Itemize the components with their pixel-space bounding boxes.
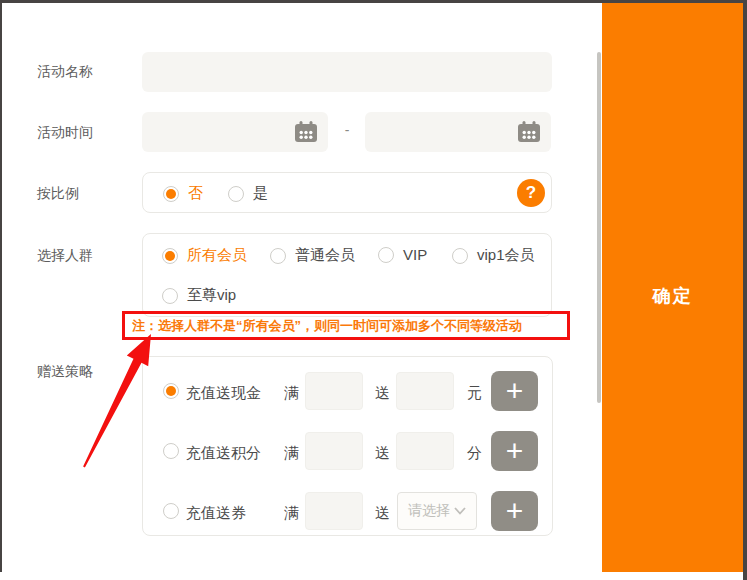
- radio-gift-points[interactable]: [163, 443, 179, 459]
- points-threshold-input[interactable]: [305, 432, 363, 470]
- activity-name-input[interactable]: [142, 52, 552, 92]
- start-date-input[interactable]: [142, 112, 292, 152]
- audience-option-all[interactable]: 所有会员: [162, 246, 247, 265]
- min-word: 满: [284, 384, 299, 403]
- note-text: 注：选择人群不是“所有会员”，则同一时间可添加多个不同等级活动: [125, 317, 522, 335]
- audience-vip-label: VIP: [403, 246, 427, 263]
- audience-normal-label: 普通会员: [295, 246, 355, 265]
- add-coupon-rule-button[interactable]: +: [491, 491, 538, 531]
- audience-supreme-vip-label: 至尊vip: [187, 286, 236, 305]
- radio-all-members-selected[interactable]: [162, 248, 178, 264]
- label-audience: 选择人群: [37, 247, 93, 265]
- coupon-threshold-input[interactable]: [305, 492, 363, 530]
- radio-vip[interactable]: [378, 247, 394, 263]
- radio-gift-coupon[interactable]: [163, 503, 179, 519]
- end-date-input[interactable]: [365, 112, 515, 152]
- note-highlight-box: 注：选择人群不是“所有会员”，则同一时间可添加多个不同等级活动: [122, 311, 570, 340]
- radio-supreme-vip[interactable]: [162, 288, 178, 304]
- unit-yuan: 元: [467, 384, 482, 403]
- coupon-select[interactable]: 请选择: [397, 492, 477, 530]
- give-word: 送: [375, 444, 390, 463]
- gift-row-cash: 充值送现金 满 送 元 +: [143, 371, 552, 411]
- radio-normal-member[interactable]: [270, 248, 286, 264]
- radio-yes[interactable]: [228, 186, 244, 202]
- side-panel: 确定: [602, 3, 743, 572]
- audience-option-vip[interactable]: VIP: [378, 246, 427, 263]
- gift-row-points: 充值送积分 满 送 分 +: [143, 431, 552, 471]
- gift-row-coupon: 充值送券 满 送 请选择 +: [143, 491, 552, 531]
- calendar-icon[interactable]: [517, 121, 541, 143]
- gift-points-label: 充值送积分: [186, 444, 261, 463]
- give-word: 送: [375, 384, 390, 403]
- chevron-down-icon: [454, 507, 466, 515]
- radio-no-selected[interactable]: [163, 186, 179, 202]
- window-edge-left: [0, 3, 2, 572]
- gift-cash-label: 充值送现金: [186, 384, 261, 403]
- give-word: 送: [375, 504, 390, 523]
- audience-option-supreme-vip[interactable]: 至尊vip: [162, 286, 236, 305]
- add-cash-rule-button[interactable]: +: [491, 371, 538, 411]
- start-date-field[interactable]: [142, 112, 328, 152]
- calendar-icon[interactable]: [294, 121, 318, 143]
- label-activity-name: 活动名称: [37, 63, 93, 81]
- audience-all-label: 所有会员: [187, 246, 247, 265]
- label-by-ratio: 按比例: [37, 185, 79, 203]
- add-points-rule-button[interactable]: +: [491, 431, 538, 471]
- coupon-select-placeholder: 请选择: [408, 502, 450, 520]
- ratio-option-no[interactable]: 否: [163, 184, 203, 203]
- ratio-no-label: 否: [188, 184, 203, 203]
- label-activity-time: 活动时间: [37, 124, 93, 142]
- ratio-option-yes[interactable]: 是: [228, 184, 268, 203]
- radio-vip1[interactable]: [452, 248, 468, 264]
- end-date-field[interactable]: [365, 112, 551, 152]
- min-word: 满: [284, 444, 299, 463]
- audience-option-normal[interactable]: 普通会员: [270, 246, 355, 265]
- vertical-scrollbar-thumb[interactable]: [597, 52, 601, 403]
- min-word: 满: [284, 504, 299, 523]
- dialog-screen: 活动名称 活动时间 按比例 选择人群 赠送策略 - 否 是: [0, 0, 747, 580]
- audience-vip1-label: vip1会员: [477, 246, 535, 265]
- label-gift-strategy: 赠送策略: [37, 363, 93, 381]
- gift-coupon-label: 充值送券: [186, 504, 246, 523]
- date-range-separator: -: [337, 122, 357, 138]
- gift-strategy-group: 充值送现金 满 送 元 + 充值送积分 满 送 分 + 充值送券 满 送 请选择: [142, 356, 553, 536]
- help-icon[interactable]: ?: [517, 179, 545, 207]
- cash-gift-input[interactable]: [396, 372, 454, 410]
- audience-option-vip1[interactable]: vip1会员: [452, 246, 535, 265]
- confirm-button[interactable]: 确定: [602, 284, 743, 308]
- by-ratio-group: [142, 172, 552, 213]
- cash-threshold-input[interactable]: [305, 372, 363, 410]
- points-gift-input[interactable]: [396, 432, 454, 470]
- ratio-yes-label: 是: [253, 184, 268, 203]
- radio-gift-cash-selected[interactable]: [163, 383, 179, 399]
- unit-points: 分: [467, 444, 482, 463]
- window-edge-right: [743, 0, 747, 580]
